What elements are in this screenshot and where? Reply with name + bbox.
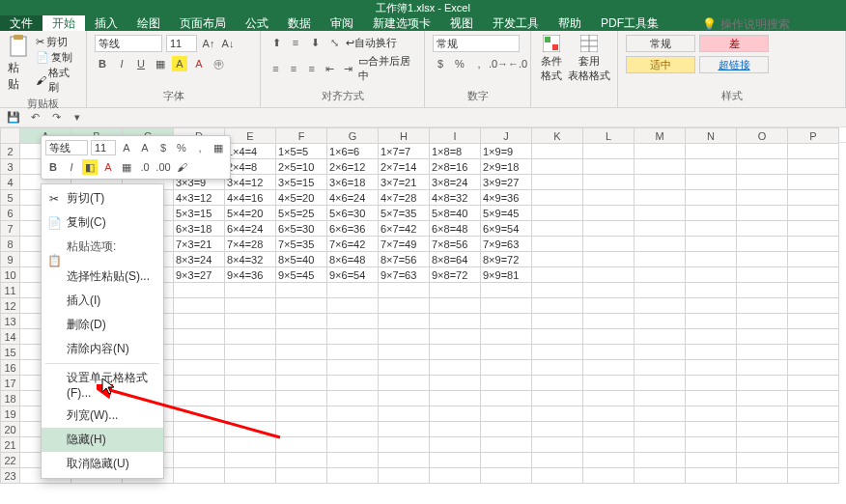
- cell-P7[interactable]: [788, 221, 839, 237]
- cell-H17[interactable]: [379, 376, 430, 391]
- cell-J7[interactable]: 6×9=54: [481, 221, 532, 237]
- cell-F5[interactable]: 4×5=20: [276, 190, 327, 206]
- cell-P8[interactable]: [788, 237, 839, 252]
- context-menu-colwidth[interactable]: 列宽(W)...: [42, 404, 163, 428]
- cell-I6[interactable]: 5×8=40: [430, 206, 481, 221]
- cell-D5[interactable]: 4×3=12: [174, 190, 225, 206]
- cell-N11[interactable]: [686, 283, 737, 298]
- mini-font-name[interactable]: 等线: [45, 140, 88, 155]
- cell-I5[interactable]: 4×8=32: [430, 190, 481, 206]
- cell-O14[interactable]: [737, 329, 788, 345]
- tab-1[interactable]: 插入: [85, 15, 127, 31]
- cell-P6[interactable]: [788, 206, 839, 221]
- cell-J11[interactable]: [481, 283, 532, 298]
- style-good[interactable]: 适中: [626, 56, 695, 73]
- increase-decimal-icon[interactable]: .0→: [491, 56, 506, 71]
- italic-button[interactable]: I: [114, 56, 129, 71]
- column-header-K[interactable]: K: [532, 128, 583, 144]
- cell-L21[interactable]: [583, 437, 634, 453]
- cell-D21[interactable]: [174, 437, 225, 453]
- mini-fill-icon[interactable]: ◧: [82, 159, 98, 175]
- cell-E19[interactable]: [225, 406, 276, 422]
- tab-7[interactable]: 新建选项卡: [363, 15, 440, 31]
- cell-E7[interactable]: 6×4=24: [225, 221, 276, 237]
- cell-G18[interactable]: [327, 391, 379, 406]
- cell-G13[interactable]: [327, 314, 379, 329]
- cell-D16[interactable]: [174, 360, 225, 376]
- cell-E21[interactable]: [225, 437, 276, 453]
- cell-D8[interactable]: 7×3=21: [174, 237, 225, 252]
- cell-styles-gallery[interactable]: 常规 差 适中 超链接: [626, 35, 780, 73]
- style-normal[interactable]: 常规: [626, 35, 695, 52]
- tab-8[interactable]: 视图: [440, 15, 483, 31]
- cell-I21[interactable]: [430, 437, 481, 453]
- cell-L9[interactable]: [583, 252, 634, 267]
- cell-J21[interactable]: [481, 437, 532, 453]
- cell-N2[interactable]: [686, 144, 737, 159]
- column-header-F[interactable]: F: [276, 128, 327, 144]
- cell-M3[interactable]: [634, 159, 686, 175]
- column-header-G[interactable]: G: [327, 128, 379, 144]
- cell-P15[interactable]: [788, 345, 839, 360]
- align-top-icon[interactable]: ⬆: [268, 35, 284, 50]
- cell-J12[interactable]: [481, 298, 532, 314]
- cell-G2[interactable]: 1×6=6: [327, 144, 379, 159]
- phonetic-icon[interactable]: ㊥: [211, 56, 226, 71]
- cell-M9[interactable]: [634, 252, 686, 267]
- cell-D23[interactable]: [174, 468, 225, 484]
- cell-I18[interactable]: [430, 391, 481, 406]
- cell-D11[interactable]: [174, 283, 225, 298]
- cell-H11[interactable]: [379, 283, 430, 298]
- cell-N7[interactable]: [686, 221, 737, 237]
- cell-J20[interactable]: [481, 422, 532, 437]
- cell-D7[interactable]: 6×3=18: [174, 221, 225, 237]
- bold-button[interactable]: B: [95, 56, 110, 71]
- mini-decrease-font-icon[interactable]: A: [137, 140, 153, 155]
- cell-F17[interactable]: [276, 376, 327, 391]
- context-menu-paste-special[interactable]: 选择性粘贴(S)...: [42, 265, 163, 289]
- format-as-table-button[interactable]: 套用 表格格式: [569, 35, 609, 83]
- cell-P21[interactable]: [788, 437, 839, 453]
- column-header-I[interactable]: I: [430, 128, 481, 144]
- cell-K19[interactable]: [532, 406, 583, 422]
- cell-K23[interactable]: [532, 468, 583, 484]
- cell-I23[interactable]: [430, 468, 481, 484]
- mini-italic-button[interactable]: I: [64, 159, 79, 175]
- cell-N18[interactable]: [686, 391, 737, 406]
- mini-font-size[interactable]: 11: [91, 140, 116, 155]
- cell-L15[interactable]: [583, 345, 634, 360]
- cell-G12[interactable]: [327, 298, 379, 314]
- cell-J14[interactable]: [481, 329, 532, 345]
- cell-J5[interactable]: 4×9=36: [481, 190, 532, 206]
- context-menu-unhide[interactable]: 取消隐藏(U): [42, 452, 163, 476]
- cell-D12[interactable]: [174, 298, 225, 314]
- conditional-format-button[interactable]: 条件格式: [539, 35, 563, 83]
- mini-decimal-inc-icon[interactable]: .0: [137, 159, 153, 175]
- cell-H2[interactable]: 1×7=7: [379, 144, 430, 159]
- mini-border-icon[interactable]: ▦: [211, 140, 226, 155]
- cell-M14[interactable]: [634, 329, 686, 345]
- cell-M20[interactable]: [634, 422, 686, 437]
- cell-F8[interactable]: 7×5=35: [276, 237, 327, 252]
- row-header-4[interactable]: 4: [1, 175, 20, 190]
- cell-G8[interactable]: 7×6=42: [327, 237, 379, 252]
- row-header-14[interactable]: 14: [1, 329, 20, 345]
- cell-K21[interactable]: [532, 437, 583, 453]
- cell-O11[interactable]: [737, 283, 788, 298]
- cell-E5[interactable]: 4×4=16: [225, 190, 276, 206]
- cell-L5[interactable]: [583, 190, 634, 206]
- cell-F16[interactable]: [276, 360, 327, 376]
- cell-N4[interactable]: [686, 175, 737, 190]
- row-header-22[interactable]: 22: [1, 453, 20, 468]
- cell-L13[interactable]: [583, 314, 634, 329]
- cell-H7[interactable]: 6×7=42: [379, 221, 430, 237]
- cell-O13[interactable]: [737, 314, 788, 329]
- cell-F19[interactable]: [276, 406, 327, 422]
- column-header-L[interactable]: L: [583, 128, 634, 144]
- cell-D17[interactable]: [174, 376, 225, 391]
- cell-E18[interactable]: [225, 391, 276, 406]
- row-header-16[interactable]: 16: [1, 360, 20, 376]
- cell-H3[interactable]: 2×7=14: [379, 159, 430, 175]
- fill-color-icon[interactable]: A: [172, 56, 187, 71]
- cell-F12[interactable]: [276, 298, 327, 314]
